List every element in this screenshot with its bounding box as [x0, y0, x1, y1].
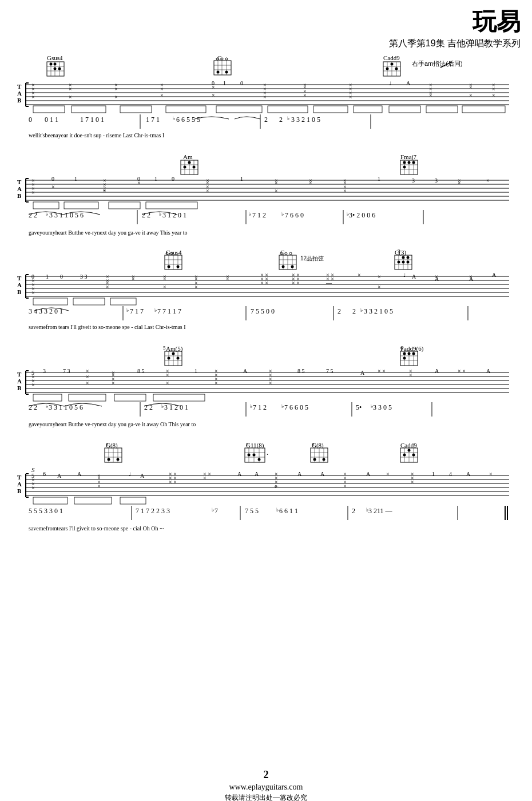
svg-point-29 — [386, 68, 389, 70]
svg-point-229 — [407, 256, 410, 259]
svg-point-125 — [408, 161, 411, 164]
svg-text:♭: ♭ — [173, 116, 175, 121]
svg-text:♭: ♭ — [249, 211, 251, 217]
svg-text:A: A — [17, 481, 22, 487]
svg-text:1: 1 — [154, 176, 157, 182]
svg-text:Cadd9: Cadd9 — [400, 442, 417, 449]
chord-am: Am — [183, 153, 193, 160]
svg-rect-376 — [153, 394, 205, 401]
svg-text:6   6  5  5  5: 6 6 5 5 5 — [176, 116, 200, 124]
svg-rect-175 — [64, 202, 98, 209]
svg-rect-373 — [33, 394, 62, 401]
svg-text:♭: ♭ — [276, 507, 279, 513]
svg-text:Gsus4: Gsus4 — [166, 249, 182, 256]
svg-rect-285 — [33, 298, 68, 305]
svg-point-228 — [402, 261, 405, 264]
svg-text:A: A — [237, 471, 242, 477]
svg-rect-89 — [216, 106, 262, 113]
svg-text:♭: ♭ — [126, 307, 129, 313]
svg-text:3  3   0  5: 3 3 0 5 — [373, 403, 392, 411]
svg-text:×: × — [69, 86, 72, 92]
svg-rect-95 — [462, 106, 505, 113]
svg-text:×: × — [112, 380, 115, 386]
svg-text:A: A — [406, 80, 411, 86]
svg-text:3  3   2  1  0  5: 3 3 2 1 0 5 — [291, 116, 320, 124]
svg-text:7  7  1  1  7: 7 7 1 1 7 — [157, 307, 181, 315]
svg-text:—: — — [325, 280, 332, 286]
svg-text:A: A — [435, 276, 439, 282]
svg-point-403 — [117, 458, 120, 461]
svg-text:7  1  7  2  2  3  3: 7 1 7 2 2 3 3 — [136, 507, 170, 515]
svg-text:T: T — [17, 275, 22, 281]
svg-text:×: × — [378, 284, 381, 290]
svg-text:3: 3 — [435, 177, 438, 184]
chord-gsus4: Gsus4 — [47, 54, 63, 61]
svg-text:2  2: 2 2 — [142, 211, 150, 219]
svg-text:×: × — [469, 84, 473, 90]
svg-text:A: A — [17, 378, 22, 384]
svg-text:T: T — [17, 474, 22, 481]
svg-point-413 — [253, 454, 256, 457]
svg-text:A: A — [255, 471, 259, 477]
svg-point-310 — [168, 357, 170, 360]
svg-point-27 — [391, 63, 394, 66]
svg-text:1: 1 — [240, 176, 243, 182]
svg-text:A: A — [57, 473, 62, 479]
svg-text:×: × — [114, 94, 118, 100]
svg-text:3   1  2  0  1: 3 1 2 0 1 — [164, 403, 188, 411]
svg-point-324 — [403, 357, 406, 360]
svg-text:A: A — [243, 368, 248, 374]
svg-point-28 — [395, 68, 398, 70]
svg-point-126 — [412, 161, 415, 164]
svg-text:×: × — [114, 86, 118, 92]
svg-text:×: × — [31, 189, 35, 196]
svg-text:×: × — [469, 92, 473, 98]
svg-text:×: × — [163, 276, 166, 282]
svg-point-414 — [258, 458, 261, 461]
svg-text:12品拍弦: 12品拍弦 — [300, 255, 324, 261]
svg-point-435 — [403, 454, 406, 457]
svg-text:6: 6 — [43, 471, 46, 477]
svg-point-203 — [168, 265, 170, 268]
svg-text:0: 0 — [172, 176, 174, 182]
svg-text:×: × — [163, 284, 166, 290]
svg-text:×: × — [31, 382, 35, 388]
svg-rect-85 — [33, 106, 65, 113]
svg-text:3  3: 3 3 — [80, 273, 88, 280]
svg-text:× ×: × × — [260, 280, 268, 286]
svg-text:2: 2 — [352, 507, 355, 515]
svg-text:×: × — [132, 276, 135, 282]
svg-text:7  5  5   0   0: 7 5 5 0 0 — [251, 307, 275, 315]
lyrics-row1: wellit'sbeenayear it doe-sn't sup - rise… — [29, 132, 164, 138]
svg-text:×: × — [206, 188, 209, 194]
svg-text:e·: e· — [275, 483, 279, 489]
svg-point-116 — [193, 166, 196, 169]
svg-text:×: × — [31, 94, 35, 100]
svg-text:×: × — [51, 184, 55, 190]
svg-point-20 — [225, 71, 228, 74]
svg-text:B: B — [17, 97, 22, 104]
svg-rect-174 — [33, 202, 59, 209]
svg-rect-88 — [166, 106, 206, 113]
svg-point-115 — [188, 161, 191, 164]
page-number: 2 — [264, 769, 269, 780]
svg-point-123 — [403, 161, 406, 164]
svg-text:0: 0 — [60, 273, 63, 280]
svg-point-433 — [408, 449, 411, 452]
svg-text:×: × — [378, 273, 381, 280]
svg-text:×: × — [137, 180, 141, 186]
lyrics-row3: savemefrom tears I'll giveit to so-meone… — [29, 324, 186, 330]
svg-text:7  6  6   0: 7 6 6 0 — [285, 211, 304, 219]
svg-text:T: T — [17, 83, 22, 90]
svg-text:×: × — [343, 188, 347, 194]
svg-rect-490 — [120, 497, 146, 504]
footer-note: 转载请注明出处—篡改必究 — [225, 794, 307, 801]
svg-text:2: 2 — [338, 307, 341, 315]
lyrics-row2: gaveyoumyheart Butthe ve-rynext day you … — [29, 229, 188, 236]
svg-text:0: 0 — [240, 80, 243, 86]
svg-rect-177 — [146, 202, 197, 209]
svg-point-208 — [289, 252, 292, 255]
music-page: 玩易 第八季第19集 吉他弹唱教学系列 Gsus4 G Cad — [0, 0, 532, 801]
svg-text:1: 1 — [223, 80, 226, 86]
svg-text:×: × — [160, 86, 164, 92]
